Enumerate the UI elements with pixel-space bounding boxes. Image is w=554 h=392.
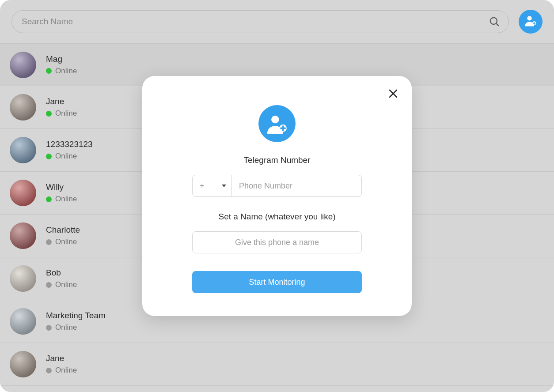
modal-user-icon bbox=[258, 105, 296, 142]
status-text: Online bbox=[55, 237, 77, 246]
svg-point-2 bbox=[527, 16, 532, 20]
status-text: Online bbox=[55, 366, 77, 375]
status-dot-online-icon bbox=[46, 196, 52, 202]
phone-name-input[interactable] bbox=[192, 231, 362, 253]
status-row: Online bbox=[46, 67, 77, 75]
country-code-select[interactable]: + bbox=[192, 175, 232, 197]
status-text: Online bbox=[55, 323, 77, 332]
status-dot-offline-icon bbox=[46, 325, 52, 331]
contact-name: Jane bbox=[46, 354, 77, 363]
status-dot-offline-icon bbox=[46, 282, 52, 288]
phone-row: + bbox=[192, 175, 362, 197]
status-dot-online-icon bbox=[46, 111, 52, 117]
close-icon[interactable] bbox=[388, 88, 398, 101]
app-root: MagOnlineJaneOnline1233323123OnlineWilly… bbox=[0, 0, 554, 392]
search-icon[interactable] bbox=[489, 16, 500, 27]
avatar bbox=[10, 351, 36, 377]
contact-name: 1233323123 bbox=[46, 139, 93, 149]
status-row: Online bbox=[46, 280, 77, 289]
contact-name: Marketing Team bbox=[46, 311, 106, 320]
status-text: Online bbox=[55, 67, 77, 75]
avatar bbox=[10, 265, 36, 292]
add-user-button[interactable] bbox=[519, 10, 543, 34]
add-user-icon bbox=[524, 14, 537, 29]
contact-info: BobOnline bbox=[46, 268, 77, 289]
status-dot-online-icon bbox=[46, 68, 52, 74]
add-number-modal: Telegram Number + Set a Name (whatever y… bbox=[142, 76, 412, 316]
search-input[interactable] bbox=[11, 10, 509, 33]
search-wrap bbox=[11, 10, 509, 33]
status-text: Online bbox=[55, 109, 77, 118]
contact-name: Mag bbox=[46, 54, 77, 64]
contact-name: Bob bbox=[46, 268, 77, 278]
contact-info: MagOnline bbox=[46, 54, 77, 75]
status-dot-offline-icon bbox=[46, 239, 52, 245]
contact-info: 1233323123Online bbox=[46, 139, 93, 161]
contact-info: JaneOnline bbox=[46, 354, 77, 375]
status-row: Online bbox=[46, 366, 77, 375]
status-text: Online bbox=[55, 280, 77, 289]
set-name-label: Set a Name (whatever you like) bbox=[218, 212, 335, 222]
status-text: Online bbox=[55, 195, 77, 204]
status-row: Online bbox=[46, 152, 93, 161]
status-row: Online bbox=[46, 237, 80, 246]
telegram-number-label: Telegram Number bbox=[244, 155, 311, 165]
country-prefix: + bbox=[200, 181, 205, 191]
contact-name: Willy bbox=[46, 182, 77, 192]
avatar bbox=[10, 180, 36, 206]
chevron-down-icon bbox=[222, 185, 226, 187]
contact-name: Jane bbox=[46, 97, 77, 106]
status-row: Online bbox=[46, 323, 106, 332]
avatar bbox=[10, 52, 36, 78]
contact-info: CharlotteOnline bbox=[46, 225, 80, 246]
avatar bbox=[10, 308, 36, 335]
contact-name: Charlotte bbox=[46, 225, 80, 235]
topbar bbox=[0, 0, 554, 43]
status-row: Online bbox=[46, 195, 77, 204]
status-text: Online bbox=[55, 152, 77, 161]
start-monitoring-button[interactable]: Start Monitoring bbox=[192, 271, 362, 293]
avatar bbox=[10, 137, 36, 163]
status-dot-offline-icon bbox=[46, 368, 52, 373]
contact-info: WillyOnline bbox=[46, 182, 77, 204]
start-monitoring-label: Start Monitoring bbox=[249, 278, 305, 287]
avatar bbox=[10, 94, 36, 121]
status-row: Online bbox=[46, 109, 77, 118]
svg-point-6 bbox=[271, 116, 279, 124]
svg-line-1 bbox=[496, 23, 498, 26]
status-dot-online-icon bbox=[46, 154, 52, 159]
contact-info: Marketing TeamOnline bbox=[46, 311, 106, 332]
phone-number-input[interactable] bbox=[232, 175, 362, 197]
avatar bbox=[10, 222, 36, 249]
contact-row[interactable]: JaneOnline bbox=[0, 343, 554, 386]
contact-info: JaneOnline bbox=[46, 97, 77, 118]
